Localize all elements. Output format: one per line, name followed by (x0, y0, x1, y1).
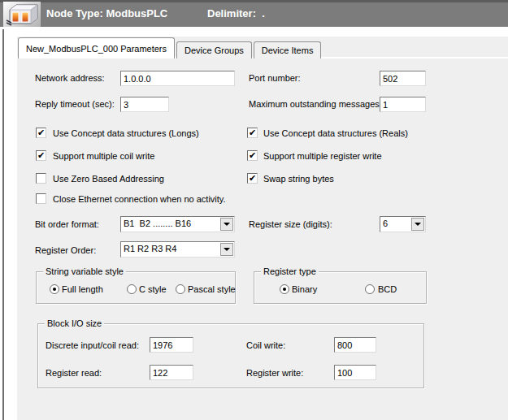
checkbox-concept-longs-label: Use Concept data structures (Longs) (53, 128, 199, 139)
radio-c-style[interactable] (127, 284, 137, 294)
checkbox-multi-register[interactable] (247, 150, 258, 161)
block-io-size-group: Block I/O size Discrete input/coil read:… (37, 323, 424, 388)
radio-pascal-style-label: Pascal style (188, 284, 236, 295)
coil-write-input[interactable] (334, 337, 376, 353)
register-order-value: R1 R2 R3 R4 (124, 244, 176, 253)
register-order-dropdown-button[interactable] (220, 243, 233, 256)
bit-order-format-value: B1 B2 ........ B16 (124, 219, 191, 228)
checkbox-concept-reals-label: Use Concept data structures (Reals) (263, 128, 408, 139)
register-write-input[interactable] (334, 365, 376, 380)
coil-write-label: Coil write: (246, 340, 285, 351)
checkbox-zero-based-label: Use Zero Based Addressing (53, 174, 164, 184)
max-outstanding-label: Maximum outstanding messages: (249, 99, 382, 110)
checkbox-concept-reals[interactable] (247, 128, 258, 138)
network-address-label: Network address: (35, 73, 105, 84)
modbus-plc-config-window: Node Type: ModbusPLC Delimiter: . New_Mo… (0, 0, 508, 420)
checkbox-swap-bytes[interactable] (247, 173, 258, 184)
register-size-value: 6 (383, 219, 388, 228)
checkbox-zero-based[interactable] (36, 173, 46, 184)
register-read-input[interactable] (150, 365, 193, 380)
port-number-label: Port number: (249, 73, 301, 84)
register-order-select[interactable]: R1 R2 R3 R4 (120, 241, 235, 258)
radio-bcd-label: BCD (378, 284, 397, 295)
tab-device-groups[interactable]: Device Groups (176, 41, 252, 58)
radio-pascal-style[interactable] (176, 284, 185, 294)
bit-order-dropdown-button[interactable] (220, 218, 233, 231)
checkbox-close-ethernet[interactable] (36, 193, 46, 204)
string-variable-style-title: String variable style (43, 266, 126, 276)
checkbox-multi-register-label: Support multiple register write (263, 151, 382, 162)
tab-strip: New_ModbusPLC_000 Parameters Device Grou… (18, 37, 323, 58)
radio-full-length[interactable] (50, 284, 59, 294)
window-titlebar: Node Type: ModbusPLC Delimiter: . (0, 0, 508, 27)
radio-binary[interactable] (280, 284, 289, 294)
chevron-down-icon (224, 248, 230, 251)
register-order-label: Register Order: (35, 245, 96, 256)
register-type-group: Register type Binary BCD (254, 271, 427, 304)
radio-full-length-label: Full length (62, 284, 103, 295)
port-number-input[interactable] (380, 71, 426, 86)
discrete-read-label: Discrete input/coil read: (46, 340, 139, 351)
register-size-select[interactable]: 6 (380, 216, 426, 232)
network-address-input[interactable] (120, 71, 235, 86)
radio-c-style-label: C style (139, 284, 167, 295)
delimiter-title: Delimiter: . (207, 7, 265, 19)
window-left-border (2, 29, 4, 420)
register-type-title: Register type (261, 266, 319, 276)
checkbox-concept-longs[interactable] (36, 128, 46, 138)
tab-device-items[interactable]: Device Items (254, 41, 322, 58)
bit-order-format-label: Bit order format: (35, 219, 99, 230)
checkbox-swap-bytes-label: Swap string bytes (263, 174, 334, 184)
block-io-size-title: Block I/O size (45, 318, 104, 328)
register-size-label: Register size (digits): (249, 219, 332, 230)
register-write-label: Register write: (246, 368, 303, 379)
reply-timeout-label: Reply timeout (sec): (35, 99, 115, 110)
checkbox-multi-coil-label: Support multiple coil write (53, 151, 154, 162)
register-size-dropdown-button[interactable] (411, 218, 424, 231)
max-outstanding-input[interactable] (380, 97, 426, 112)
node-type-title: Node Type: ModbusPLC (46, 7, 167, 19)
string-variable-style-group: String variable style Full length C styl… (36, 271, 236, 304)
radio-binary-label: Binary (292, 284, 317, 295)
tab-parameters[interactable]: New_ModbusPLC_000 Parameters (18, 37, 175, 58)
reply-timeout-input[interactable] (120, 97, 169, 112)
chevron-down-icon (224, 223, 230, 226)
discrete-read-input[interactable] (150, 337, 193, 353)
radio-bcd[interactable] (365, 284, 375, 294)
checkbox-close-ethernet-label: Close Ethernet connection when no activi… (53, 194, 226, 205)
checkbox-multi-coil[interactable] (36, 150, 46, 161)
register-read-label: Register read: (46, 368, 102, 379)
bit-order-format-select[interactable]: B1 B2 ........ B16 (120, 216, 235, 232)
chevron-down-icon (415, 223, 421, 226)
plc-device-icon (3, 2, 41, 27)
